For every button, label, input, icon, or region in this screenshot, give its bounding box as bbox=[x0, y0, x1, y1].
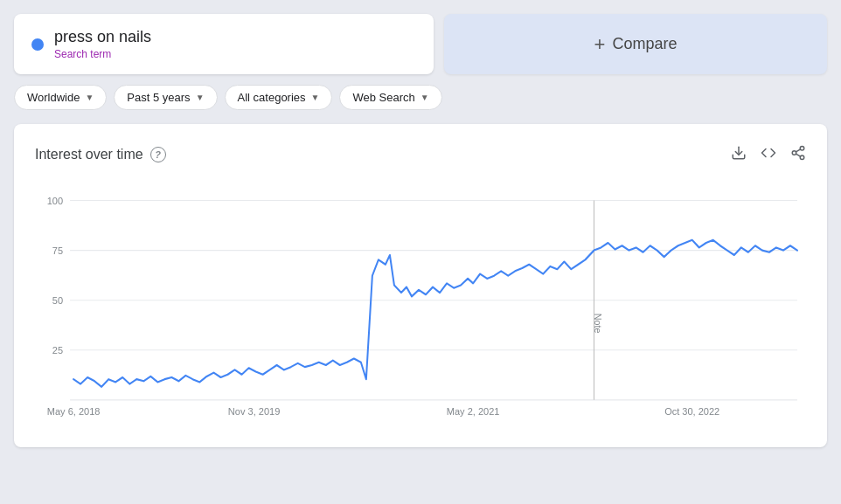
filter-row: Worldwide ▼ Past 5 years ▼ All categorie… bbox=[14, 85, 827, 110]
search-term-text: press on nails Search term bbox=[54, 28, 151, 60]
time-filter[interactable]: Past 5 years ▼ bbox=[114, 85, 217, 110]
trend-path bbox=[73, 240, 797, 387]
region-filter[interactable]: Worldwide ▼ bbox=[14, 85, 107, 110]
compare-label: Compare bbox=[612, 35, 677, 53]
svg-text:May 6, 2018: May 6, 2018 bbox=[47, 406, 101, 417]
search-type-chevron-icon: ▼ bbox=[420, 93, 429, 102]
category-filter[interactable]: All categories ▼ bbox=[225, 85, 333, 110]
svg-text:75: 75 bbox=[52, 245, 63, 256]
chart-header: Interest over time ? bbox=[35, 145, 806, 164]
svg-text:50: 50 bbox=[52, 295, 63, 306]
svg-line-4 bbox=[796, 154, 800, 156]
category-chevron-icon: ▼ bbox=[311, 93, 320, 102]
search-term-dot bbox=[31, 38, 44, 51]
compare-plus-icon: + bbox=[594, 33, 606, 56]
note-text: Note bbox=[593, 314, 602, 334]
region-filter-label: Worldwide bbox=[27, 91, 80, 104]
compare-inner: + Compare bbox=[594, 33, 678, 56]
time-filter-label: Past 5 years bbox=[127, 91, 190, 104]
compare-card[interactable]: + Compare bbox=[444, 14, 827, 74]
search-term-card: press on nails Search term bbox=[14, 14, 434, 74]
svg-line-5 bbox=[796, 149, 800, 152]
svg-text:Oct 30, 2022: Oct 30, 2022 bbox=[664, 406, 719, 417]
category-filter-label: All categories bbox=[238, 91, 306, 104]
svg-text:May 2, 2021: May 2, 2021 bbox=[447, 406, 500, 417]
download-icon[interactable] bbox=[731, 145, 747, 164]
chart-actions bbox=[731, 145, 806, 164]
search-term-label: Search term bbox=[54, 48, 151, 60]
share-icon[interactable] bbox=[790, 145, 806, 164]
search-type-filter-label: Web Search bbox=[352, 91, 414, 104]
chart-area: 100 75 50 25 Note May 6, 2018 Nov 3, 201… bbox=[35, 182, 806, 426]
chart-svg: 100 75 50 25 Note May 6, 2018 Nov 3, 201… bbox=[35, 182, 806, 426]
search-type-filter[interactable]: Web Search ▼ bbox=[339, 85, 441, 110]
embed-code-icon[interactable] bbox=[761, 145, 776, 164]
chart-title: Interest over time bbox=[35, 147, 143, 162]
help-icon[interactable]: ? bbox=[150, 147, 166, 162]
svg-text:100: 100 bbox=[47, 195, 63, 205]
search-term-name: press on nails bbox=[54, 28, 151, 46]
svg-text:Nov 3, 2019: Nov 3, 2019 bbox=[228, 406, 280, 417]
region-chevron-icon: ▼ bbox=[85, 93, 94, 102]
chart-title-row: Interest over time ? bbox=[35, 147, 166, 162]
time-chevron-icon: ▼ bbox=[196, 93, 205, 102]
chart-card: Interest over time ? bbox=[14, 124, 827, 447]
svg-text:25: 25 bbox=[52, 345, 63, 356]
